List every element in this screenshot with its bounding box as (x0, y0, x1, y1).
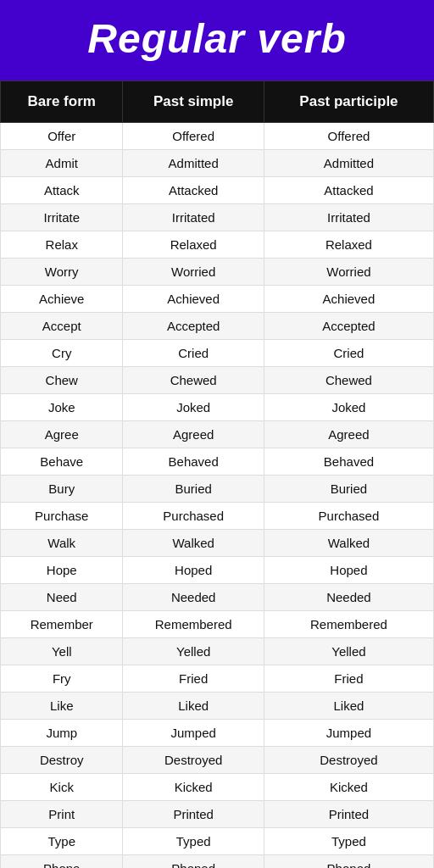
table-cell-16-2: Hoped (264, 557, 433, 584)
table-cell-17-1: Needed (123, 584, 264, 611)
table-row: LikeLikedLiked (1, 693, 434, 720)
table-cell-13-1: Buried (123, 476, 264, 503)
table-cell-26-2: Typed (264, 828, 433, 855)
table-cell-16-0: Hope (1, 557, 123, 584)
table-cell-23-1: Destroyed (123, 747, 264, 774)
table-cell-27-0: Phone (1, 855, 123, 869)
table-row: AchieveAchievedAchieved (1, 286, 434, 313)
table-row: HopeHopedHoped (1, 557, 434, 584)
table-cell-23-0: Destroy (1, 747, 123, 774)
table-cell-21-2: Liked (264, 693, 433, 720)
table-cell-7-0: Accept (1, 313, 123, 340)
table-cell-4-0: Relax (1, 231, 123, 259)
table-cell-22-0: Jump (1, 720, 123, 747)
table-cell-21-1: Liked (123, 693, 264, 720)
table-cell-12-2: Behaved (264, 448, 433, 476)
table-cell-14-2: Purchased (264, 503, 433, 530)
table-cell-5-2: Worried (264, 259, 433, 286)
table-cell-6-0: Achieve (1, 286, 123, 313)
table-cell-9-1: Chewed (123, 367, 264, 394)
table-cell-9-2: Chewed (264, 367, 433, 394)
table-row: BehaveBehavedBehaved (1, 448, 434, 476)
table-cell-4-2: Relaxed (264, 231, 433, 259)
table-cell-25-2: Printed (264, 801, 433, 828)
table-row: BuryBuriedBuried (1, 476, 434, 503)
table-cell-6-1: Achieved (123, 286, 264, 313)
table-cell-25-0: Print (1, 801, 123, 828)
table-row: RelaxRelaxedRelaxed (1, 231, 434, 259)
table-cell-17-2: Needed (264, 584, 433, 611)
table-row: WalkWalkedWalked (1, 530, 434, 557)
col-bare-form: Bare form (1, 81, 123, 123)
table-cell-13-0: Bury (1, 476, 123, 503)
table-row: FryFriedFried (1, 665, 434, 693)
table-cell-26-0: Type (1, 828, 123, 855)
table-cell-0-0: Offer (1, 123, 123, 150)
table-cell-20-1: Fried (123, 665, 264, 693)
table-cell-19-0: Yell (1, 638, 123, 665)
table-row: CryCriedCried (1, 340, 434, 367)
table-cell-20-0: Fry (1, 665, 123, 693)
table-cell-20-2: Fried (264, 665, 433, 693)
table-row: AdmitAdmittedAdmitted (1, 150, 434, 177)
table-cell-3-1: Irritated (123, 204, 264, 231)
table-cell-19-2: Yelled (264, 638, 433, 665)
table-cell-27-2: Phoned (264, 855, 433, 869)
table-container: Bare form Past simple Past participle Of… (0, 81, 434, 868)
table-row: DestroyDestroyedDestroyed (1, 747, 434, 774)
table-cell-21-0: Like (1, 693, 123, 720)
table-cell-16-1: Hoped (123, 557, 264, 584)
table-cell-7-2: Accepted (264, 313, 433, 340)
table-cell-24-0: Kick (1, 774, 123, 801)
table-cell-17-0: Need (1, 584, 123, 611)
table-cell-0-2: Offered (264, 123, 433, 150)
table-row: WorryWorriedWorried (1, 259, 434, 286)
table-cell-0-1: Offered (123, 123, 264, 150)
table-cell-24-2: Kicked (264, 774, 433, 801)
table-cell-15-2: Walked (264, 530, 433, 557)
col-past-participle: Past participle (264, 81, 433, 123)
table-cell-11-1: Agreed (123, 421, 264, 448)
table-cell-22-2: Jumped (264, 720, 433, 747)
table-cell-3-2: Irritated (264, 204, 433, 231)
table-cell-8-0: Cry (1, 340, 123, 367)
table-cell-22-1: Jumped (123, 720, 264, 747)
table-row: PhonePhonedPhoned (1, 855, 434, 869)
table-row: NeedNeededNeeded (1, 584, 434, 611)
table-cell-11-0: Agree (1, 421, 123, 448)
table-cell-25-1: Printed (123, 801, 264, 828)
table-cell-8-1: Cried (123, 340, 264, 367)
table-cell-5-1: Worried (123, 259, 264, 286)
table-cell-3-0: Irritate (1, 204, 123, 231)
table-cell-27-1: Phoned (123, 855, 264, 869)
table-row: JokeJokedJoked (1, 394, 434, 421)
table-row: JumpJumpedJumped (1, 720, 434, 747)
table-cell-1-2: Admitted (264, 150, 433, 177)
table-row: ChewChewedChewed (1, 367, 434, 394)
table-cell-15-0: Walk (1, 530, 123, 557)
table-cell-24-1: Kicked (123, 774, 264, 801)
table-cell-23-2: Destroyed (264, 747, 433, 774)
table-row: AcceptAcceptedAccepted (1, 313, 434, 340)
table-cell-9-0: Chew (1, 367, 123, 394)
table-cell-18-2: Remembered (264, 611, 433, 638)
table-row: PrintPrintedPrinted (1, 801, 434, 828)
table-cell-10-1: Joked (123, 394, 264, 421)
table-cell-4-1: Relaxed (123, 231, 264, 259)
table-row: KickKickedKicked (1, 774, 434, 801)
table-cell-13-2: Buried (264, 476, 433, 503)
table-cell-11-2: Agreed (264, 421, 433, 448)
table-cell-10-2: Joked (264, 394, 433, 421)
table-cell-12-1: Behaved (123, 448, 264, 476)
table-header-row: Bare form Past simple Past participle (1, 81, 434, 123)
table-cell-8-2: Cried (264, 340, 433, 367)
table-row: YellYelledYelled (1, 638, 434, 665)
table-row: PurchasePurchasedPurchased (1, 503, 434, 530)
table-cell-19-1: Yelled (123, 638, 264, 665)
table-row: OfferOfferedOffered (1, 123, 434, 150)
table-cell-15-1: Walked (123, 530, 264, 557)
table-cell-2-1: Attacked (123, 177, 264, 204)
table-cell-2-0: Attack (1, 177, 123, 204)
table-cell-1-1: Admitted (123, 150, 264, 177)
table-cell-1-0: Admit (1, 150, 123, 177)
